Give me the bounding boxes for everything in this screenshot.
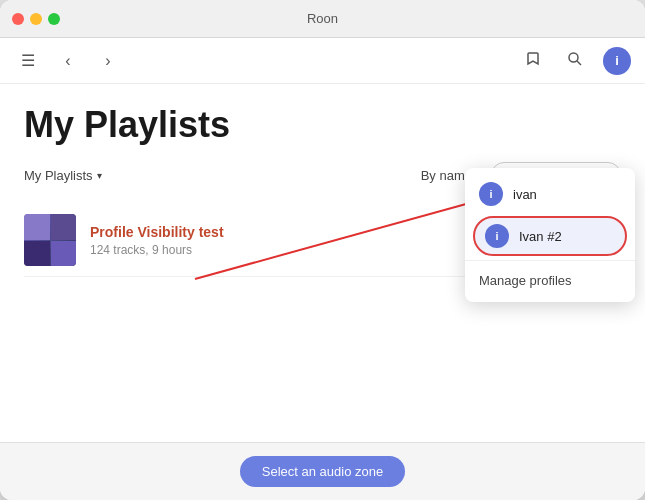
filter-arrow-icon: ▾: [97, 170, 102, 181]
filter-label: My Playlists: [24, 168, 93, 183]
audio-zone-button[interactable]: Select an audio zone: [240, 456, 405, 487]
thumb-cell-3: [24, 241, 50, 267]
toolbar-right: i: [519, 47, 631, 75]
menu-icon: ☰: [21, 51, 35, 70]
toolbar-left: ☰ ‹ ›: [14, 47, 122, 75]
thumb-cell-1: [24, 214, 50, 240]
back-button[interactable]: ‹: [54, 47, 82, 75]
main-content: My Playlists My Playlists ▾ By name ▾: [0, 84, 645, 442]
profile-item-ivan2[interactable]: i Ivan #2: [473, 216, 627, 256]
profile-item-ivan[interactable]: i ivan: [465, 174, 635, 214]
manage-profiles-link[interactable]: Manage profiles: [465, 265, 635, 296]
bookmark-button[interactable]: [519, 47, 547, 75]
user-avatar-button[interactable]: i: [603, 47, 631, 75]
filter-left: My Playlists ▾: [24, 168, 102, 183]
app-window: Roon ☰ ‹ ›: [0, 0, 645, 500]
bottom-bar: Select an audio zone: [0, 442, 645, 500]
maximize-button[interactable]: [48, 13, 60, 25]
back-icon: ‹: [65, 52, 70, 70]
profile-name-ivan2: Ivan #2: [519, 229, 562, 244]
playlist-thumbnail-img: [24, 214, 76, 266]
minimize-button[interactable]: [30, 13, 42, 25]
search-icon: [567, 51, 583, 71]
svg-point-0: [569, 53, 578, 62]
thumb-cell-2: [51, 214, 77, 240]
page-title: My Playlists: [24, 104, 621, 146]
window-title: Roon: [307, 11, 338, 26]
forward-icon: ›: [105, 52, 110, 70]
profile-avatar-ivan2: i: [485, 224, 509, 248]
playlist-filter-dropdown[interactable]: My Playlists ▾: [24, 168, 102, 183]
profile-dropdown: i ivan i Ivan #2 Manage profiles: [465, 168, 635, 302]
close-button[interactable]: [12, 13, 24, 25]
forward-button[interactable]: ›: [94, 47, 122, 75]
titlebar: Roon: [0, 0, 645, 38]
playlist-thumbnail: [24, 214, 76, 266]
profile-name-ivan: ivan: [513, 187, 537, 202]
profile-divider: [465, 260, 635, 261]
toolbar: ☰ ‹ ›: [0, 38, 645, 84]
user-avatar-label: i: [615, 53, 619, 68]
thumb-cell-4: [51, 241, 77, 267]
menu-button[interactable]: ☰: [14, 47, 42, 75]
search-button[interactable]: [561, 47, 589, 75]
profile-avatar-ivan: i: [479, 182, 503, 206]
traffic-lights: [12, 13, 60, 25]
bookmark-icon: [525, 51, 541, 71]
svg-line-1: [577, 61, 581, 65]
